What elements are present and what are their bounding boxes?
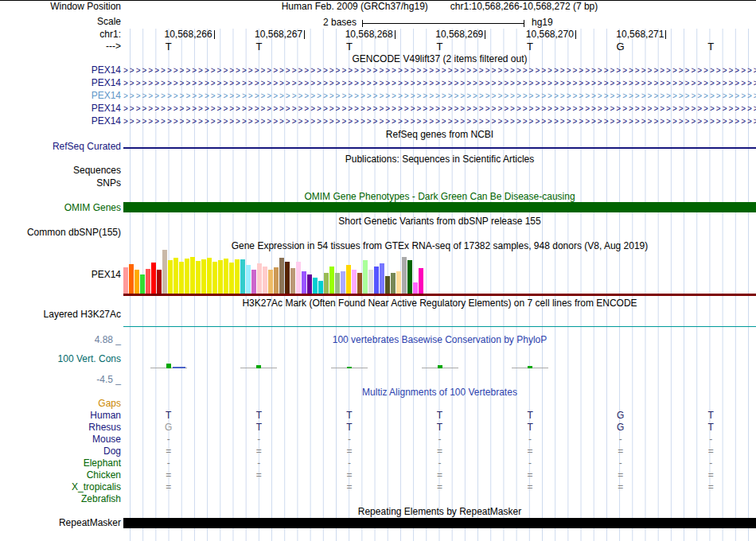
track-title-omim[interactable]: OMIM Gene Phenotypes - Dark Green Can Be… (123, 192, 756, 202)
gene-transcript[interactable]: >>>>>>>>>>>>>>>>>>>>>>>>>>>>>>>>>>>>>>>>… (123, 103, 756, 115)
gtex-bar (212, 262, 217, 294)
species-label-human[interactable]: Human (0, 411, 121, 421)
species-label-elephant[interactable]: Elephant (0, 458, 121, 469)
track-label-dbsnp[interactable]: Common dbSNP(155) (0, 228, 121, 238)
gtex-bar (190, 257, 195, 294)
gtex-bar (313, 278, 318, 294)
track-title-refseq[interactable]: RefSeq genes from NCBI (123, 130, 756, 140)
gene-transcript[interactable]: >>>>>>>>>>>>>>>>>>>>>>>>>>>>>>>>>>>>>>>>… (123, 116, 756, 127)
track-label-gtex-gene[interactable]: PEX14 (0, 270, 121, 280)
alignment-cell: = (395, 482, 485, 492)
track-title-gencode[interactable]: GENCODE V49lift37 (2 items filtered out) (123, 54, 756, 64)
cons-bar (166, 364, 171, 368)
gtex-bar (240, 259, 245, 294)
gtex-bar (341, 271, 345, 294)
gene-transcript[interactable]: >>>>>>>>>>>>>>>>>>>>>>>>>>>>>>>>>>>>>>>>… (123, 78, 756, 89)
track-label-phylop[interactable]: 100 Vert. Cons (0, 354, 121, 364)
gene-label-pex14-3[interactable]: PEX14 (0, 103, 121, 114)
cons-bar (256, 365, 261, 368)
position-line: Human Feb. 2009 (GRCh37/hg19) chr1:10,56… (123, 2, 756, 12)
gene-label-pex14-2[interactable]: PEX14 (0, 91, 121, 101)
species-label-zebrafish[interactable]: Zebrafish (0, 494, 121, 504)
coordinate-tick (665, 30, 666, 39)
gene-label-pex14-0[interactable]: PEX14 (0, 65, 121, 76)
alignment-cell: = (304, 482, 395, 492)
species-label-gaps[interactable]: Gaps (0, 399, 121, 409)
coordinate-tick (575, 30, 576, 39)
track-label-omim[interactable]: OMIM Genes (0, 203, 121, 213)
gtex-bar (201, 259, 206, 294)
base-letter: T (665, 41, 756, 53)
track-title-publications[interactable]: Publications: Sequences in Scientific Ar… (123, 154, 756, 165)
alignment-cell: = (665, 446, 756, 457)
gtex-bar (268, 270, 273, 294)
alignment-cell: = (123, 482, 214, 492)
alignment-cell: G (575, 411, 666, 421)
gene-transcript[interactable]: >>>>>>>>>>>>>>>>>>>>>>>>>>>>>>>>>>>>>>>>… (123, 91, 756, 102)
gene-label-pex14-1[interactable]: PEX14 (0, 78, 121, 88)
species-label-dog[interactable]: Dog (0, 446, 121, 457)
gtex-bar (274, 267, 279, 294)
alignment-cell: - (665, 434, 756, 445)
track-label-sequences[interactable]: Sequences (0, 165, 121, 176)
track-label-snps[interactable]: SNPs (0, 178, 121, 189)
gtex-bar (229, 263, 234, 294)
alignment-cell: T (304, 422, 395, 433)
coordinate-tick (304, 30, 305, 39)
alignment-row-mouse: ------- (123, 434, 756, 445)
coordinate-label: 10,568,270 (491, 29, 574, 39)
track-title-phylop[interactable]: 100 vertebrates Basewise Conservation by… (123, 335, 756, 345)
alignment-cell: - (485, 434, 575, 445)
repeatmasker-bar[interactable] (123, 518, 756, 528)
gtex-bar (224, 259, 228, 294)
scale-label: Scale (0, 17, 121, 27)
gtex-bar (318, 281, 323, 294)
alignment-cell: = (214, 470, 305, 481)
alignment-cell: - (304, 434, 395, 445)
alignment-cell: = (575, 446, 666, 457)
species-label-mouse[interactable]: Mouse (0, 434, 121, 445)
gtex-expression-bars[interactable] (123, 247, 756, 294)
track-label-refseq-curated[interactable]: RefSeq Curated (0, 142, 121, 152)
coordinate-tick (395, 30, 396, 39)
alignment-cell: - (575, 434, 666, 445)
gtex-bar (368, 270, 373, 294)
track-label-repeatmasker[interactable]: RepeatMasker (0, 518, 121, 528)
alignment-cell: T (214, 422, 305, 433)
track-title-multiz[interactable]: Multiz Alignments of 100 Vertebrates (123, 387, 756, 398)
alignment-cell: = (575, 470, 666, 481)
alignment-cell: - (665, 458, 756, 469)
gtex-bar (380, 263, 384, 294)
gtex-bar (413, 282, 418, 294)
gene-transcript[interactable]: >>>>>>>>>>>>>>>>>>>>>>>>>>>>>>>>>>>>>>>>… (123, 65, 756, 76)
scale-bar-right-tick (524, 20, 524, 27)
genome-browser-view: Window Position Human Feb. 2009 (GRCh37/… (0, 0, 756, 541)
species-label-chicken[interactable]: Chicken (0, 470, 121, 481)
base-letter: G (575, 41, 666, 53)
omim-gene-bar[interactable] (123, 202, 756, 212)
gene-label-pex14-4[interactable]: PEX14 (0, 116, 121, 126)
gtex-bar (218, 260, 223, 294)
track-title-h3k27ac[interactable]: H3K27Ac Mark (Often Found Near Active Re… (123, 298, 756, 309)
alignment-cell: T (395, 422, 485, 433)
cons-bar (347, 367, 352, 368)
strand-label: ---> (0, 41, 121, 52)
track-title-dbsnp[interactable]: Short Genetic Variants from dbSNP releas… (123, 216, 756, 227)
track-title-repeatmasker[interactable]: Repeating Elements by RepeatMasker (123, 507, 756, 517)
alignment-cell: = (485, 446, 575, 457)
base-letter: T (123, 41, 214, 53)
track-label-h3k27ac[interactable]: Layered H3K27Ac (0, 309, 121, 320)
gtex-bar (263, 267, 267, 294)
coordinate-label: 10,568,267 (220, 29, 302, 39)
gtex-bar (146, 269, 150, 294)
coordinate-label: 10,568,269 (400, 29, 483, 39)
gtex-bar (329, 267, 334, 294)
cons-bar-negative (173, 367, 185, 368)
gtex-bar (335, 273, 340, 294)
species-label-rhesus[interactable]: Rhesus (0, 422, 121, 433)
alignment-row-chicken: ======= (123, 470, 756, 481)
coordinate-label: 10,568,271 (581, 29, 664, 39)
coordinate-label: 10,568,268 (310, 29, 393, 39)
refseq-gene-bar[interactable] (123, 147, 756, 149)
species-label-x_tropicalis[interactable]: X_tropicalis (0, 482, 121, 492)
